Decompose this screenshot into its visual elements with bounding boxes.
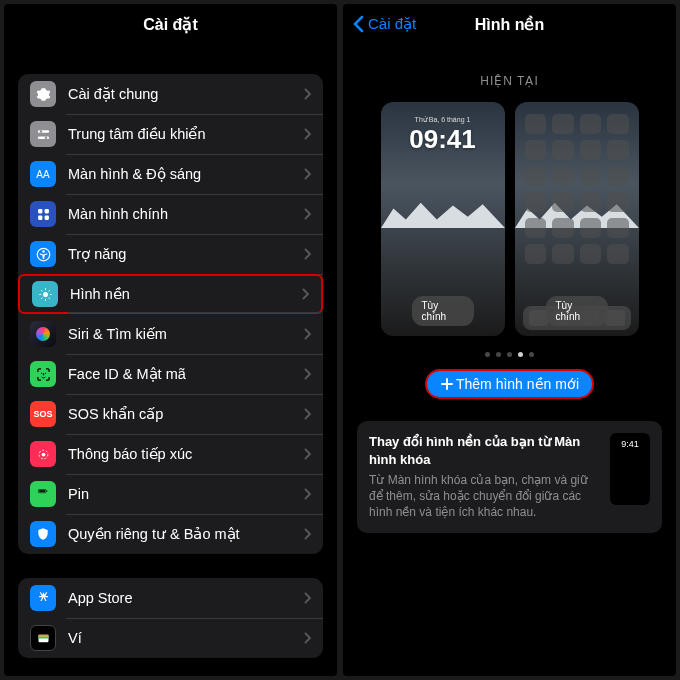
info-card: Thay đổi hình nền của bạn từ Màn hình kh… (357, 421, 662, 533)
row-exposure-notifications[interactable]: Thông báo tiếp xúc (18, 434, 323, 474)
siri-icon (30, 321, 56, 347)
row-display-brightness[interactable]: AA Màn hình & Độ sáng (18, 154, 323, 194)
svg-rect-6 (38, 215, 42, 219)
chevron-right-icon (304, 488, 311, 500)
row-home-screen[interactable]: Màn hình chính (18, 194, 323, 234)
svg-rect-4 (38, 209, 42, 213)
svg-point-9 (42, 250, 45, 253)
wallpaper-content: HIỆN TẠI Thứ Ba, 6 tháng 1 09:41 Tùy chỉ… (343, 44, 676, 676)
chevron-right-icon (304, 248, 311, 260)
row-label: Ví (68, 630, 304, 646)
row-wallet[interactable]: Ví (18, 618, 323, 658)
chevron-right-icon (304, 128, 311, 140)
svg-rect-17 (46, 490, 47, 492)
svg-rect-19 (38, 634, 48, 636)
svg-rect-1 (37, 136, 48, 139)
back-button[interactable]: Cài đặt (353, 15, 416, 33)
row-label: Màn hình & Độ sáng (68, 166, 304, 182)
customize-lock-button[interactable]: Tùy chỉnh (412, 296, 474, 326)
nav-title: Cài đặt (4, 15, 337, 34)
battery-icon (30, 481, 56, 507)
row-label: Cài đặt chung (68, 86, 304, 102)
settings-screen: Cài đặt Cài đặt chung Trung tâm điều khi… (4, 4, 337, 676)
chevron-right-icon (304, 168, 311, 180)
display-icon: AA (30, 161, 56, 187)
customize-home-button[interactable]: Tùy chỉnh (546, 296, 608, 326)
section-current: HIỆN TẠI (357, 74, 662, 88)
home-grid (525, 114, 629, 264)
row-label: Siri & Tìm kiếm (68, 326, 304, 342)
accessibility-icon (30, 241, 56, 267)
mountain-graphic (381, 200, 505, 228)
svg-rect-16 (39, 490, 45, 492)
row-label: Face ID & Mật mã (68, 366, 304, 382)
card-desc: Từ Màn hình khóa của bạn, chạm và giữ để… (369, 472, 600, 521)
lock-time: 09:41 (381, 126, 505, 152)
lock-screen-preview[interactable]: Thứ Ba, 6 tháng 1 09:41 Tùy chỉnh (381, 102, 505, 336)
svg-point-13 (41, 452, 45, 456)
row-label: Trung tâm điều khiển (68, 126, 304, 142)
chevron-right-icon (304, 448, 311, 460)
plus-icon (440, 377, 454, 391)
thumb-time: 9:41 (621, 439, 639, 449)
svg-point-3 (44, 136, 47, 139)
svg-point-11 (41, 372, 42, 373)
row-emergency-sos[interactable]: SOS SOS khẩn cấp (18, 394, 323, 434)
row-wallpaper[interactable]: Hình nền (18, 274, 323, 314)
chevron-right-icon (304, 368, 311, 380)
chevron-right-icon (302, 288, 309, 300)
svg-point-10 (43, 292, 48, 297)
row-label: Hình nền (70, 286, 302, 302)
wallpaper-screen: Cài đặt Hình nền HIỆN TẠI Thứ Ba, 6 thán… (343, 4, 676, 676)
card-title: Thay đổi hình nền của bạn từ Màn hình kh… (369, 433, 600, 468)
nav-bar: Cài đặt Hình nền (343, 4, 676, 44)
exposure-icon (30, 441, 56, 467)
appstore-icon (30, 585, 56, 611)
row-battery[interactable]: Pin (18, 474, 323, 514)
gear-icon (30, 81, 56, 107)
row-faceid-passcode[interactable]: Face ID & Mật mã (18, 354, 323, 394)
svg-rect-5 (44, 209, 48, 213)
row-control-center[interactable]: Trung tâm điều khiển (18, 114, 323, 154)
row-accessibility[interactable]: Trợ năng (18, 234, 323, 274)
row-label: Thông báo tiếp xúc (68, 446, 304, 462)
chevron-right-icon (304, 328, 311, 340)
svg-point-2 (39, 130, 42, 133)
svg-point-12 (44, 372, 45, 373)
wallpaper-previews: Thứ Ba, 6 tháng 1 09:41 Tùy chỉnh Tùy ch… (357, 102, 662, 336)
home-screen-preview[interactable]: Tùy chỉnh (515, 102, 639, 336)
wallet-icon (30, 625, 56, 651)
add-wallpaper-button[interactable]: Thêm hình nền mới (425, 369, 594, 399)
svg-rect-0 (37, 130, 48, 133)
page-dots[interactable] (357, 352, 662, 357)
home-screen-icon (30, 201, 56, 227)
wallpaper-icon (32, 281, 58, 307)
settings-group-1: Cài đặt chung Trung tâm điều khiển AA Mà… (18, 74, 323, 554)
row-siri-search[interactable]: Siri & Tìm kiếm (18, 314, 323, 354)
row-label: Pin (68, 486, 304, 502)
lock-date: Thứ Ba, 6 tháng 1 (381, 116, 505, 124)
chevron-left-icon (353, 15, 364, 33)
chevron-right-icon (304, 208, 311, 220)
privacy-icon (30, 521, 56, 547)
sos-icon: SOS (30, 401, 56, 427)
row-privacy-security[interactable]: Quyền riêng tư & Bảo mật (18, 514, 323, 554)
add-wallpaper-label: Thêm hình nền mới (456, 376, 579, 392)
row-app-store[interactable]: App Store (18, 578, 323, 618)
row-label: Trợ năng (68, 246, 304, 262)
row-general[interactable]: Cài đặt chung (18, 74, 323, 114)
chevron-right-icon (304, 88, 311, 100)
chevron-right-icon (304, 528, 311, 540)
lock-preview-text: Thứ Ba, 6 tháng 1 09:41 (381, 116, 505, 152)
control-center-icon (30, 121, 56, 147)
back-label: Cài đặt (368, 15, 416, 33)
row-label: SOS khẩn cấp (68, 406, 304, 422)
row-label: Màn hình chính (68, 206, 304, 222)
chevron-right-icon (304, 632, 311, 644)
row-label: Quyền riêng tư & Bảo mật (68, 526, 304, 542)
chevron-right-icon (304, 408, 311, 420)
settings-group-2: App Store Ví (18, 578, 323, 658)
row-label: App Store (68, 590, 304, 606)
svg-rect-20 (38, 636, 48, 638)
svg-rect-7 (44, 215, 48, 219)
